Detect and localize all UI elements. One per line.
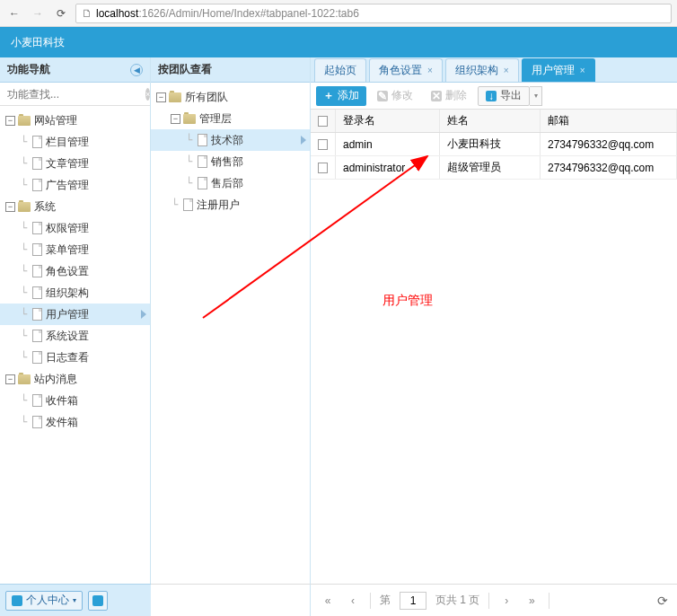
tree-item[interactable]: └文章管理 [0, 153, 150, 174]
tree-item[interactable]: └发件箱 [0, 411, 150, 433]
tree-item[interactable]: └注册用户 [151, 194, 310, 216]
team-panel-title: 按团队查看 [158, 62, 212, 77]
last-page-button[interactable]: » [523, 593, 540, 609]
row-checkbox[interactable] [318, 139, 328, 150]
tree-item[interactable]: └售后部 [151, 172, 310, 194]
tree-item[interactable]: └广告管理 [0, 174, 150, 196]
logout-button[interactable] [88, 591, 108, 611]
tree-toggle-icon[interactable]: − [5, 374, 15, 384]
close-icon[interactable]: × [427, 66, 433, 75]
tree-label: 角色设置 [46, 264, 89, 279]
tree-label: 权限管理 [46, 221, 89, 236]
tab-label: 用户管理 [532, 63, 575, 78]
tree-folder[interactable]: −系统 [0, 196, 150, 217]
file-icon [198, 134, 207, 146]
file-icon [32, 351, 42, 364]
tree-folder[interactable]: −站内消息 [0, 368, 150, 390]
tree-toggle-icon[interactable]: − [156, 92, 166, 102]
pencil-icon: ✎ [377, 91, 388, 101]
tree-item[interactable]: └权限管理 [0, 217, 150, 239]
tree-label: 技术部 [211, 133, 243, 148]
folder-icon [18, 374, 31, 384]
tree-label: 用户管理 [46, 307, 89, 322]
tree-toggle-icon[interactable]: − [171, 114, 180, 124]
back-button[interactable]: ← [5, 4, 23, 22]
tree-label: 发件箱 [46, 415, 78, 430]
tree-item[interactable]: └角色设置 [0, 260, 150, 282]
tree-folder[interactable]: −网站管理 [0, 110, 150, 131]
export-dropdown-caret[interactable]: ▾ [530, 86, 542, 106]
file-icon [183, 198, 193, 211]
nav-tree: −网站管理└栏目管理└文章管理└广告管理−系统└权限管理└菜单管理└角色设置└组… [0, 106, 150, 584]
profile-button[interactable]: 个人中心 ▾ [5, 591, 83, 611]
page-input[interactable] [400, 592, 426, 610]
search-input[interactable] [4, 85, 145, 103]
download-icon: ↓ [486, 91, 497, 101]
tree-label: 广告管理 [46, 178, 89, 193]
close-icon[interactable]: × [504, 66, 509, 75]
collapse-sidebar-icon[interactable]: ◀ [130, 64, 143, 76]
tree-item[interactable]: └用户管理 [0, 304, 150, 325]
delete-button[interactable]: ✕ 删除 [424, 86, 474, 106]
table-row[interactable]: administrator超级管理员2734796332@qq.com [311, 156, 677, 180]
col-email[interactable]: 邮箱 [541, 110, 677, 132]
file-icon [198, 177, 207, 189]
plus-icon: ＋ [323, 91, 334, 101]
file-icon [32, 222, 42, 234]
select-all-checkbox[interactable] [318, 116, 328, 127]
first-page-button[interactable]: « [320, 593, 336, 609]
refresh-icon[interactable]: ⟳ [657, 594, 668, 608]
prev-page-button[interactable]: ‹ [345, 593, 361, 609]
tree-item[interactable]: └日志查看 [0, 347, 150, 368]
tree-label: 菜单管理 [46, 242, 89, 258]
table-row[interactable]: admin小麦田科技2734796332@qq.com [311, 133, 677, 156]
tree-item[interactable]: └系统设置 [0, 325, 150, 347]
close-icon[interactable]: × [580, 66, 585, 75]
tree-item[interactable]: └技术部 [151, 129, 310, 151]
file-icon [32, 179, 42, 191]
tree-item[interactable]: └菜单管理 [0, 239, 150, 260]
content-area: 起始页角色设置×组织架构×用户管理× ＋ 添加 ✎ 修改 ✕ 删除 ↓ 导出 ▾… [311, 57, 677, 584]
tree-label: 站内消息 [34, 372, 77, 387]
tab[interactable]: 组织架构× [445, 58, 519, 82]
annotation-label: 用户管理 [382, 293, 433, 309]
tree-label: 日志查看 [46, 350, 89, 365]
row-checkbox[interactable] [318, 163, 328, 173]
tree-item[interactable]: └销售部 [151, 151, 310, 172]
tree-toggle-icon[interactable]: − [5, 202, 15, 212]
tree-toggle-icon[interactable]: − [5, 116, 15, 126]
app-header: 小麦田科技 [0, 27, 677, 57]
tab[interactable]: 角色设置× [369, 58, 443, 82]
folder-icon [18, 202, 31, 212]
next-page-button[interactable]: › [498, 593, 514, 609]
forward-button[interactable]: → [29, 4, 47, 22]
file-icon [32, 286, 42, 299]
tree-item[interactable]: └组织架构 [0, 282, 150, 304]
tab[interactable]: 用户管理× [522, 58, 595, 82]
team-panel-title-bar: 按团队查看 [151, 57, 310, 83]
pager-suffix: 页共 1 页 [435, 593, 479, 608]
tree-item[interactable]: └栏目管理 [0, 131, 150, 153]
table-body: admin小麦田科技2734796332@qq.comadministrator… [311, 133, 677, 180]
add-button[interactable]: ＋ 添加 [316, 86, 366, 106]
tree-item[interactable]: └收件箱 [0, 390, 150, 411]
tree-folder[interactable]: −管理层 [151, 108, 310, 129]
clear-search-icon[interactable]: × [145, 88, 150, 101]
tree-folder[interactable]: −所有团队 [151, 86, 310, 108]
row-check-cell [311, 133, 336, 155]
tab[interactable]: 起始页 [314, 58, 366, 82]
export-button[interactable]: ↓ 导出 [478, 86, 530, 106]
reload-button[interactable]: ⟳ [52, 4, 70, 22]
sidebar-title-bar: 功能导航 ◀ [0, 57, 150, 83]
file-icon [32, 330, 42, 342]
col-login[interactable]: 登录名 [336, 110, 440, 132]
address-bar[interactable]: 🗋 localhost:1626/Admin/Home/Index#tabpan… [75, 4, 672, 23]
file-icon [198, 155, 207, 168]
folder-icon [169, 92, 181, 102]
cell-email: 2734796332@qq.com [541, 133, 677, 155]
edit-button[interactable]: ✎ 修改 [370, 86, 420, 106]
folder-icon [183, 114, 196, 124]
file-icon [32, 157, 42, 170]
user-icon [12, 595, 22, 606]
col-name[interactable]: 姓名 [440, 110, 541, 132]
